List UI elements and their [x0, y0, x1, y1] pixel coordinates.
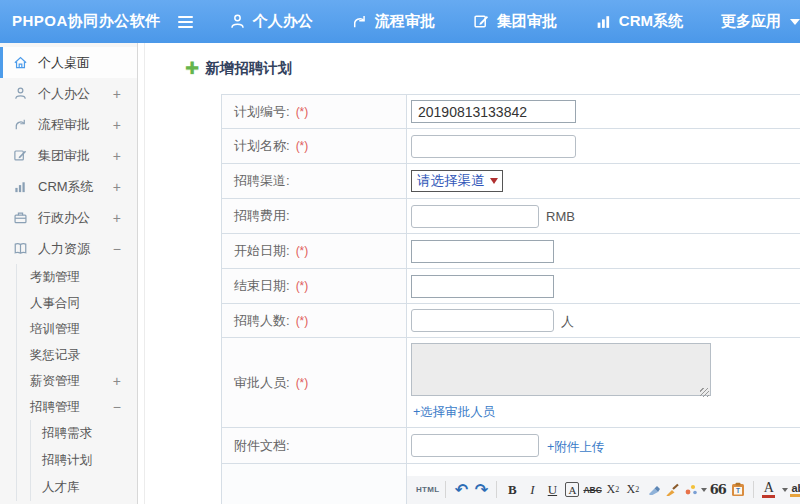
field-label: 招聘人数: [234, 313, 290, 328]
page-title-text: 新增招聘计划 [205, 59, 292, 78]
approver-textarea[interactable] [411, 343, 711, 396]
expand-toggle[interactable]: + [113, 373, 121, 389]
subscript-base: X [626, 482, 635, 497]
sidebar-item-label: 人事合同 [30, 295, 80, 312]
form-row-plan-no: 计划编号:(*) [222, 95, 800, 129]
field-label: 计划编号: [234, 104, 290, 119]
expand-toggle[interactable]: + [113, 210, 121, 226]
attachment-upload-link[interactable]: +附件上传 [547, 440, 604, 454]
superscript-button[interactable]: X2 [604, 480, 622, 500]
hamburger-menu-icon[interactable] [178, 16, 193, 28]
font-color-button[interactable]: A [760, 480, 778, 500]
form-label-cell: 招聘渠道: [222, 164, 407, 199]
headcount-input[interactable] [411, 309, 554, 332]
expand-toggle[interactable]: + [113, 179, 121, 195]
editor-toolbar-row-1: HTML ↶ ↷ B I U A ABC X2 [407, 476, 800, 503]
sidebar-item-talent-pool[interactable]: 人才库 [31, 474, 137, 501]
sidebar-item-label: 人才库 [42, 479, 80, 496]
cost-input[interactable] [411, 205, 539, 228]
edit-pencil-icon [473, 13, 490, 30]
expand-toggle[interactable]: + [113, 148, 121, 164]
brush-icon [665, 483, 680, 497]
page-title: ✚ 新增招聘计划 [185, 57, 800, 79]
redo-button[interactable]: ↷ [472, 480, 490, 500]
form-row-plan-name: 计划名称:(*) [222, 129, 800, 164]
collapse-toggle[interactable]: − [113, 399, 121, 415]
required-marker: (*) [296, 139, 309, 153]
sidebar-item-recruit-plan[interactable]: 招聘计划 [31, 447, 137, 474]
plan-name-input[interactable] [411, 135, 576, 158]
font-color-glyph: A [764, 481, 774, 495]
sidebar-item-label: 人力资源 [38, 240, 90, 258]
app-window: PHPOA协同办公软件 个人办公 流程审批 [0, 0, 800, 504]
underline-button[interactable]: U [543, 480, 561, 500]
sidebar-item-personal-desktop[interactable]: 个人桌面 [0, 47, 137, 78]
topnav-crm-system[interactable]: CRM系统 [595, 12, 683, 31]
attachment-input[interactable] [411, 434, 539, 457]
form-control-cell [407, 269, 800, 304]
rich-text-editor: HTML ↶ ↷ B I U A ABC X2 [407, 464, 800, 504]
sidebar-item-salary[interactable]: 薪资管理 + [17, 368, 137, 394]
cost-unit-label: RMB [546, 209, 575, 224]
sidebar-item-crm-system[interactable]: CRM系统 + [0, 171, 137, 202]
sidebar-item-recruit-mgmt[interactable]: 招聘管理 − [17, 394, 137, 420]
sparkle-icon [684, 483, 698, 496]
hr-submenu: 考勤管理 人事合同 培训管理 奖惩记录 薪资管理 + 招聘管理 − [16, 264, 137, 501]
italic-button[interactable]: I [523, 480, 541, 500]
sidebar-item-admin-office[interactable]: 行政办公 + [0, 202, 137, 233]
start-date-input[interactable] [411, 240, 554, 263]
channel-select-value: 请选择渠道 [417, 172, 485, 190]
briefcase-icon [13, 210, 29, 225]
recruit-plan-form: 计划编号:(*) 计划名称:(*) [221, 94, 800, 504]
auto-format-button[interactable] [684, 480, 707, 500]
editor-toolbar: HTML ↶ ↷ B I U A ABC X2 [407, 476, 800, 504]
topnav-group-approval[interactable]: 集团审批 [473, 12, 557, 31]
paste-text-button[interactable]: T [729, 480, 747, 500]
end-date-input[interactable] [411, 275, 554, 298]
blockquote-button[interactable]: 66 [709, 480, 727, 500]
toolbar-separator [496, 481, 497, 498]
required-marker: (*) [296, 376, 309, 390]
field-label: 开始日期: [234, 243, 290, 258]
html-source-button[interactable]: HTML [416, 480, 439, 500]
required-marker: (*) [296, 105, 309, 119]
char-border-button[interactable]: A [565, 482, 579, 497]
form-label-cell: 计划编号:(*) [222, 95, 407, 129]
sidebar-item-hr-contract[interactable]: 人事合同 [17, 290, 137, 316]
form-row-editor: HTML ↶ ↷ B I U A ABC X2 [222, 464, 800, 504]
expand-toggle[interactable]: + [113, 117, 121, 133]
sidebar-item-attendance[interactable]: 考勤管理 [17, 264, 137, 290]
sidebar-item-training[interactable]: 培训管理 [17, 316, 137, 342]
dropdown-caret-icon [701, 488, 707, 492]
topnav-personal-office[interactable]: 个人办公 [229, 12, 313, 31]
required-marker: (*) [296, 279, 309, 293]
sidebar-item-label: 个人桌面 [38, 54, 90, 72]
topnav-more-apps[interactable]: 更多应用 [721, 12, 800, 31]
sidebar-item-workflow-approval[interactable]: 流程审批 + [0, 109, 137, 140]
undo-button[interactable]: ↶ [452, 480, 470, 500]
format-brush-button[interactable] [664, 480, 682, 500]
subscript-button[interactable]: X2 [624, 480, 642, 500]
sidebar-item-recruit-demand[interactable]: 招聘需求 [31, 420, 137, 447]
font-color-swatch [762, 495, 775, 498]
form-label-cell [222, 464, 407, 504]
bold-button[interactable]: B [503, 480, 521, 500]
collapse-toggle[interactable]: − [113, 241, 121, 257]
highlight-color-button[interactable]: ab [789, 480, 800, 500]
select-approver-link[interactable]: +选择审批人员 [413, 405, 495, 419]
channel-select[interactable]: 请选择渠道 [411, 170, 503, 192]
plan-number-input[interactable] [411, 100, 576, 123]
topnav-label: 集团审批 [497, 12, 557, 31]
eraser-button[interactable] [644, 480, 662, 500]
required-marker: (*) [296, 314, 309, 328]
sidebar-item-personal-office[interactable]: 个人办公 + [0, 78, 137, 109]
expand-toggle[interactable]: + [113, 86, 121, 102]
sidebar-item-human-resources[interactable]: 人力资源 − [0, 233, 137, 264]
sidebar-item-label: 流程审批 [38, 116, 90, 134]
sidebar-item-group-approval[interactable]: 集团审批 + [0, 140, 137, 171]
form-row-end-date: 结束日期:(*) [222, 269, 800, 304]
topnav-workflow-approval[interactable]: 流程审批 [351, 12, 435, 31]
resize-grip-icon[interactable] [700, 388, 709, 397]
strikethrough-button[interactable]: ABC [583, 480, 601, 500]
sidebar-item-rewards[interactable]: 奖惩记录 [17, 342, 137, 368]
